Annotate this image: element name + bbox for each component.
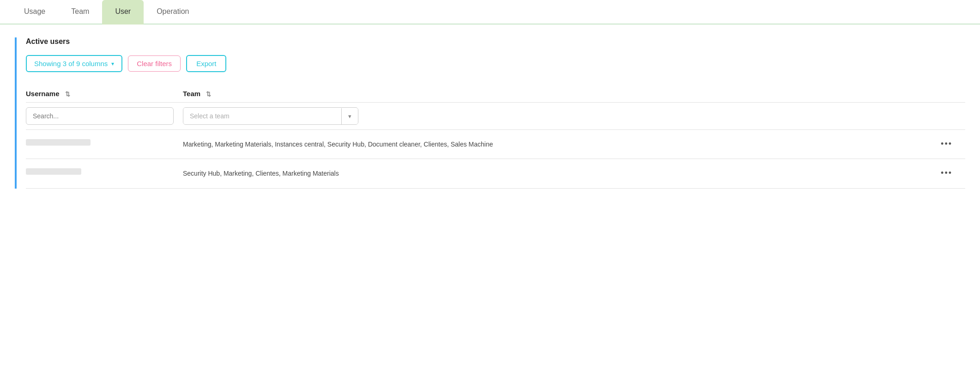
export-button[interactable]: Export (186, 55, 226, 72)
username-header: Username ⇅ (26, 85, 183, 103)
actions-header (928, 85, 965, 103)
redacted-username-2 (26, 168, 81, 175)
table-row: Marketing, Marketing Materials, Instance… (26, 130, 965, 159)
toolbar: Showing 3 of 9 columns ▾ Clear filters E… (26, 55, 965, 72)
username-sort-icon[interactable]: ⇅ (65, 91, 70, 98)
columns-label: Showing 3 of 9 columns (34, 60, 108, 67)
username-cell-2 (26, 159, 183, 188)
tab-bar: Usage Team User Operation (0, 0, 980, 25)
team-cell-1: Marketing, Marketing Materials, Instance… (183, 130, 928, 159)
table-row: Security Hub, Marketing, Clientes, Marke… (26, 159, 965, 188)
actions-cell-1: ••• (928, 130, 965, 159)
team-filter-cell: Select a team ▾ (183, 103, 928, 130)
team-select-chevron[interactable]: ▾ (341, 108, 358, 124)
more-actions-button-1[interactable]: ••• (937, 137, 956, 150)
team-cell-2: Security Hub, Marketing, Clientes, Marke… (183, 159, 928, 188)
tab-user[interactable]: User (102, 0, 144, 25)
team-select-text: Select a team (183, 108, 341, 124)
username-search-input[interactable] (26, 107, 174, 125)
redacted-username-1 (26, 139, 91, 146)
data-table: Username ⇅ Team ⇅ (26, 85, 965, 189)
team-select[interactable]: Select a team ▾ (183, 107, 358, 125)
username-filter-cell (26, 103, 183, 130)
table-container: Username ⇅ Team ⇅ (26, 85, 965, 189)
columns-button[interactable]: Showing 3 of 9 columns ▾ (26, 55, 122, 72)
tab-team[interactable]: Team (58, 0, 102, 25)
content-border: Active users Showing 3 of 9 columns ▾ Cl… (15, 37, 965, 189)
username-cell-1 (26, 130, 183, 159)
actions-cell-2: ••• (928, 159, 965, 188)
section-title: Active users (26, 37, 965, 46)
more-actions-button-2[interactable]: ••• (937, 166, 956, 179)
main-content: Active users Showing 3 of 9 columns ▾ Cl… (0, 25, 980, 202)
chevron-down-icon: ▾ (111, 61, 114, 67)
filter-row: Select a team ▾ (26, 103, 965, 130)
tab-operation[interactable]: Operation (144, 0, 202, 25)
team-header: Team ⇅ (183, 85, 928, 103)
table-header-row: Username ⇅ Team ⇅ (26, 85, 965, 103)
team-sort-icon[interactable]: ⇅ (206, 91, 211, 98)
tab-usage[interactable]: Usage (11, 0, 58, 25)
actions-filter-cell (928, 103, 965, 130)
clear-filters-button[interactable]: Clear filters (128, 55, 181, 72)
